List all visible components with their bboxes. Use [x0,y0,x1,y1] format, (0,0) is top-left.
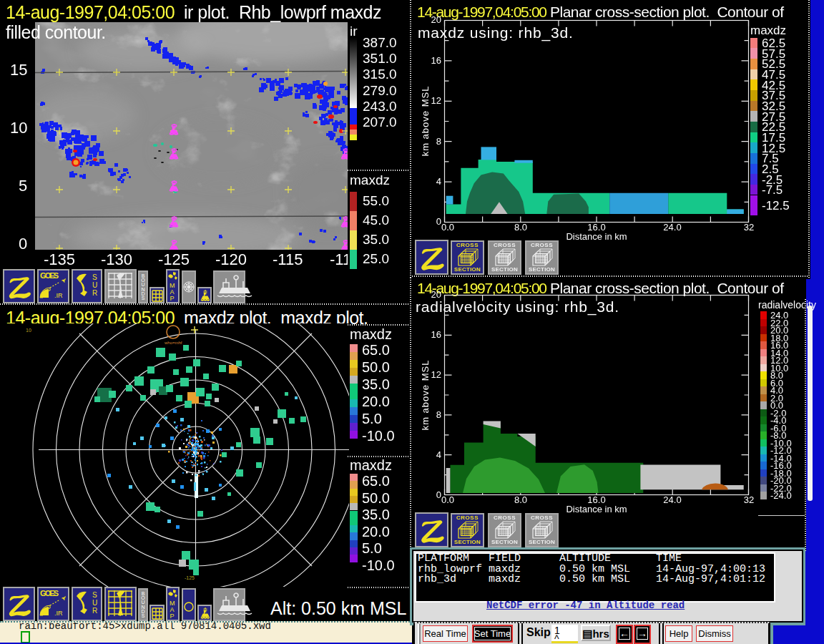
svg-text:10: 10 [26,328,31,333]
svg-text:U: U [92,599,97,607]
svg-text:GOES: GOES [40,271,59,280]
svg-text:P: P [170,613,175,619]
svg-text:.IR: .IR [54,292,63,299]
svg-text:.IR: .IR [54,610,63,617]
svg-text:R: R [92,289,97,297]
svg-text:R: R [92,607,97,615]
svg-text:U: U [92,281,97,289]
svg-text:P: P [170,295,175,301]
svg-text:S: S [92,591,97,599]
svg-text:who=mhf: who=mhf [164,341,182,345]
svg-text:-125: -125 [185,575,195,580]
svg-text:GOES: GOES [40,589,59,597]
svg-text:S: S [92,273,97,281]
